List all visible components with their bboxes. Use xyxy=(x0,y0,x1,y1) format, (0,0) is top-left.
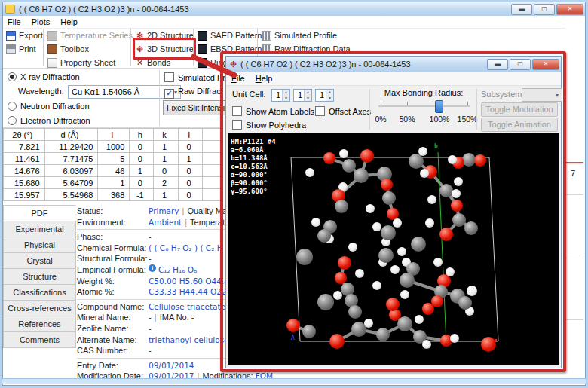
table-row[interactable]: 7.82111.294201000010 xyxy=(4,141,223,153)
show-polyhedra-checkbox[interactable]: Show Polyhedra xyxy=(232,120,306,130)
subsystem-select: ▾ xyxy=(522,88,562,102)
tab-pdf[interactable]: PDF xyxy=(3,205,76,221)
tab-cross-references[interactable]: Cross-references xyxy=(3,301,76,316)
chemical-formula-label: Chemical Formula: xyxy=(77,243,149,254)
atom-hydrogen xyxy=(452,189,461,198)
atom-carbon xyxy=(382,191,396,205)
cas-number-label: CAS Number: xyxy=(77,345,149,356)
xray-radio[interactable]: X-ray Diffraction xyxy=(8,72,80,81)
atom-carbon xyxy=(296,249,313,265)
toolbar-separator xyxy=(130,29,131,66)
tab-crystal[interactable]: Crystal xyxy=(3,253,76,269)
main-titlebar: ( ( C6 H7 O2 ) ( C2 H3 O2 )3 )n - 00-064… xyxy=(3,2,585,16)
spinner-arrows-icon[interactable]: ▲▼ xyxy=(326,90,333,101)
atom-carbon xyxy=(409,154,424,169)
ebsd-pattern-icon xyxy=(198,44,207,54)
toolbox-button[interactable]: Toolbox xyxy=(47,42,133,56)
spinner-arrows-icon[interactable]: ▲▼ xyxy=(304,90,311,101)
unit-cell-spinner[interactable]: 1▲▼ xyxy=(271,89,290,102)
controls-separator xyxy=(476,89,477,130)
table-header[interactable]: k xyxy=(154,129,179,141)
atom-oxygen xyxy=(286,319,300,332)
temperature-series-button: Temperature Series xyxy=(47,29,133,42)
saed-pattern-button[interactable]: SAED Pattern xyxy=(198,29,262,42)
atom-carbon xyxy=(397,316,412,331)
atom-carbon xyxy=(302,325,316,338)
tab-classifications[interactable]: Classifications xyxy=(3,285,76,301)
menu-help[interactable]: Help xyxy=(60,17,78,26)
viewer-minimize-button[interactable]: ▬ xyxy=(487,59,508,70)
atom-oxygen xyxy=(474,154,486,167)
tab-experimental[interactable]: Experimental xyxy=(3,221,76,237)
checkbox-icon xyxy=(164,72,174,82)
close-button[interactable]: ✕ xyxy=(556,4,583,15)
atom-hydrogen xyxy=(415,315,424,324)
diffraction-table[interactable]: 2θ (°)d (Å)Ihkl7.82111.29420100001011.46… xyxy=(3,128,223,201)
table-row[interactable]: 15.6805.647091020 xyxy=(4,177,223,189)
minimize-button[interactable]: ▬ xyxy=(511,4,532,15)
electron-radio[interactable]: Electron Diffraction xyxy=(8,116,90,125)
atom-carbon xyxy=(439,184,453,197)
toolbar-col-tools: Temperature Series Toolbox Property Shee… xyxy=(47,29,133,69)
viewer-menu-help[interactable]: Help xyxy=(256,74,273,83)
structure-3d-viewport[interactable]: HM:P1121 #4a=6.060Åb=11.348Åc=10.563Åα=9… xyxy=(228,133,559,365)
show-atom-labels-checkbox[interactable]: Show Atom Labels xyxy=(232,106,314,116)
maximize-button[interactable]: ▢ xyxy=(534,4,555,15)
table-header[interactable]: l xyxy=(178,129,203,141)
tab-comments[interactable]: Comments xyxy=(3,332,76,348)
atom-hydrogen xyxy=(348,243,357,252)
radio-icon xyxy=(8,72,17,81)
bonds-icon: ✕ xyxy=(136,59,144,67)
raw-diffraction-checkbox[interactable]: ✓Raw Diffrac xyxy=(164,87,225,99)
table-cell: 0 xyxy=(154,165,179,177)
table-row[interactable]: 14.6766.0309746100 xyxy=(4,165,223,177)
info-icon[interactable]: i xyxy=(149,264,156,272)
table-cell: 0 xyxy=(178,141,203,153)
table-cell: 5.54968 xyxy=(44,189,98,201)
menu-plots[interactable]: Plots xyxy=(32,17,50,26)
atom-carbon xyxy=(378,248,394,263)
atom-hydrogen xyxy=(305,168,314,177)
atom-hydrogen xyxy=(393,218,402,228)
spinner-arrows-icon[interactable]: ▲▼ xyxy=(282,90,289,101)
unit-cell-spinner[interactable]: 1▲▼ xyxy=(315,89,334,102)
right-strip-red-line xyxy=(564,162,583,163)
simulated-profile-button[interactable]: Simulated Profile xyxy=(262,29,351,42)
atom-carbon xyxy=(317,294,334,310)
table-header[interactable]: h xyxy=(130,129,154,141)
unit-cell-spinners[interactable]: 1▲▼1▲▼1▲▼ xyxy=(271,89,337,102)
tab-physical[interactable]: Physical xyxy=(3,237,76,253)
viewer-maximize-button[interactable]: ▢ xyxy=(510,59,531,70)
atom-carbon xyxy=(464,221,478,235)
slider-tick xyxy=(467,102,468,105)
table-header[interactable]: d (Å) xyxy=(44,129,98,141)
panel-separator xyxy=(159,70,160,126)
table-header[interactable]: I xyxy=(98,129,130,141)
offset-axes-checkbox[interactable]: Offset Axes xyxy=(315,106,371,116)
radio-icon xyxy=(8,102,17,111)
viewer-close-button[interactable]: ✕ xyxy=(532,59,559,70)
atom-hydrogen xyxy=(400,290,409,299)
simulated-profile-checkbox[interactable]: Simulated Prof xyxy=(164,72,225,82)
table-row[interactable]: 11.4617.714755011 xyxy=(4,153,223,165)
axis-b-label: b xyxy=(434,143,438,150)
lattice-parameters-text: HM:P1121 #4a=6.060Åb=11.348Åc=10.563Åα=9… xyxy=(231,138,276,196)
tab-structure[interactable]: Structure xyxy=(3,269,76,285)
tab-references[interactable]: References xyxy=(3,316,76,332)
menu-file[interactable]: File xyxy=(8,17,21,26)
slider-tick xyxy=(407,102,408,105)
max-bonding-slider-track[interactable] xyxy=(378,105,470,107)
compound-name-label: Compound Name: xyxy=(77,301,149,313)
atom-oxygen xyxy=(323,152,335,164)
table-header[interactable]: 2θ (°) xyxy=(4,129,45,141)
atom-carbon xyxy=(458,296,472,310)
unit-cell-spinner[interactable]: 1▲▼ xyxy=(293,89,312,102)
neutron-radio[interactable]: Neutron Diffraction xyxy=(8,102,90,111)
atom-carbon xyxy=(335,200,348,213)
atom-hydrogen xyxy=(425,218,434,228)
table-cell: 15.957 xyxy=(4,189,45,201)
max-bonding-slider-thumb[interactable] xyxy=(435,100,443,113)
simulated-profile-icon xyxy=(262,31,271,41)
table-row[interactable]: 15.9575.54968368-110 xyxy=(4,189,223,201)
printer-icon xyxy=(6,44,16,54)
